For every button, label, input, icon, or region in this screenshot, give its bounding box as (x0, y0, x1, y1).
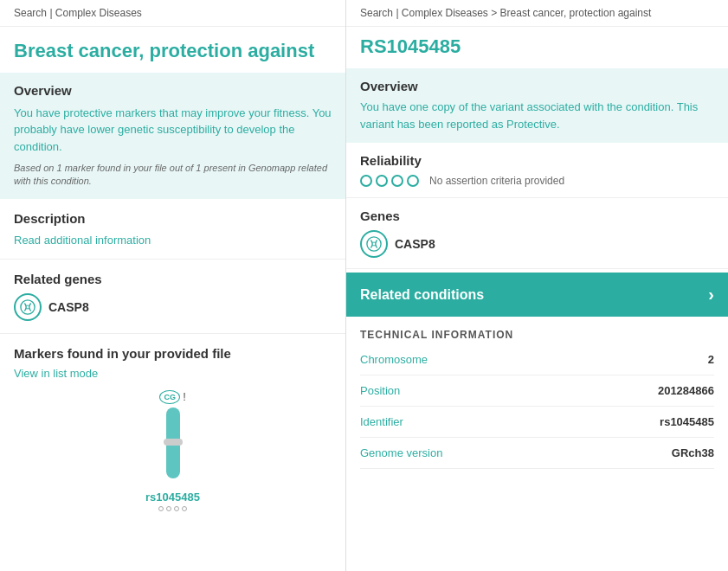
description-heading: Description (14, 211, 332, 226)
reliability-circle-4 (407, 175, 419, 187)
tech-value-position: 201284866 (658, 384, 714, 397)
view-list-mode-link[interactable]: View in list mode (14, 367, 98, 380)
overview-heading: Overview (14, 83, 332, 98)
gene-name: CASP8 (48, 300, 89, 314)
right-overview-text: You have one copy of the variant associa… (360, 99, 714, 132)
right-panel: Search | Complex Diseases > Breast cance… (346, 0, 728, 571)
rs-label: rs1045485 (145, 491, 200, 504)
gene-item: CASP8 (14, 293, 332, 321)
related-genes-section: Related genes CASP8 (0, 260, 345, 334)
read-additional-link[interactable]: Read additional information (14, 234, 151, 247)
right-breadcrumb: Search | Complex Diseases > Breast cance… (346, 0, 728, 27)
chromosome-bottom (166, 446, 180, 478)
right-breadcrumb-condition: Breast cancer, protection against (500, 7, 652, 19)
tech-label-chromosome: Chromosome (360, 353, 428, 366)
tech-row-identifier: Identifier rs1045485 (360, 407, 714, 438)
right-genes-heading: Genes (360, 209, 714, 223)
cg-circle: CG (159, 390, 180, 404)
svg-point-3 (367, 237, 381, 251)
tech-value-genome-version: GRch38 (672, 446, 714, 459)
chromosome-top (166, 407, 180, 440)
reliability-label: No assertion criteria provided (429, 175, 564, 187)
technical-info-section: TECHNICAL INFORMATION Chromosome 2 Posit… (346, 317, 728, 469)
left-panel: Search | Complex Diseases Breast cancer,… (0, 0, 346, 571)
right-gene-icon (360, 230, 388, 258)
tech-value-identifier: rs1045485 (660, 415, 714, 428)
rs-dots (158, 506, 187, 511)
overview-text: You have protective markers that may imp… (14, 105, 332, 156)
chevron-right-icon: › (708, 285, 714, 305)
right-gene-item: CASP8 (360, 230, 714, 258)
right-gene-name: CASP8 (395, 237, 435, 251)
right-overview-heading: Overview (360, 79, 714, 93)
chromosome-body (161, 407, 185, 485)
chromosome-centromere (164, 439, 183, 446)
related-conditions-bar[interactable]: Related conditions › (346, 273, 728, 317)
overview-footnote: Based on 1 marker found in your file out… (14, 162, 332, 189)
reliability-circles (360, 175, 419, 187)
svg-point-0 (21, 300, 35, 314)
rs-dot-3 (174, 506, 179, 511)
related-conditions-label: Related conditions (360, 287, 484, 303)
rs-dot-4 (182, 506, 187, 511)
markers-section: Markers found in your provided file View… (0, 334, 345, 523)
rs-id-heading: RS1045485 (346, 27, 728, 68)
left-breadcrumb: Search | Complex Diseases (0, 0, 345, 27)
right-overview-section: Overview You have one copy of the varian… (346, 68, 728, 143)
exclaim-mark: ! (183, 390, 186, 403)
chromosome-visual: CG ! rs1045485 (14, 390, 332, 511)
description-section: Description Read additional information (0, 199, 345, 260)
overview-section: Overview You have protective markers tha… (0, 73, 345, 199)
tech-label-genome-version: Genome version (360, 446, 442, 459)
right-breadcrumb-search[interactable]: Search (360, 7, 393, 19)
markers-heading: Markers found in your provided file (14, 346, 332, 361)
page-title: Breast cancer, protection against (0, 27, 345, 73)
tech-value-chromosome: 2 (708, 353, 714, 366)
rs-dot-2 (166, 506, 171, 511)
tech-row-position: Position 201284866 (360, 375, 714, 407)
breadcrumb-complex-link[interactable]: Complex Diseases (55, 7, 142, 19)
reliability-circle-1 (360, 175, 372, 187)
tech-info-heading: TECHNICAL INFORMATION (360, 329, 714, 341)
reliability-heading: Reliability (360, 153, 714, 168)
reliability-row: No assertion criteria provided (360, 175, 714, 187)
breadcrumb-search-link[interactable]: Search (14, 7, 47, 19)
tech-row-chromosome: Chromosome 2 (360, 344, 714, 375)
gene-icon (14, 293, 42, 321)
reliability-section: Reliability No assertion criteria provid… (346, 143, 728, 198)
right-breadcrumb-complex[interactable]: Complex Diseases (402, 7, 488, 19)
reliability-circle-3 (391, 175, 403, 187)
cg-badge: CG ! (159, 390, 186, 404)
tech-label-identifier: Identifier (360, 415, 403, 428)
reliability-circle-2 (376, 175, 388, 187)
tech-row-genome-version: Genome version GRch38 (360, 438, 714, 469)
right-genes-section: Genes CASP8 (346, 198, 728, 269)
related-genes-heading: Related genes (14, 272, 332, 286)
tech-label-position: Position (360, 384, 400, 397)
rs-dot-1 (158, 506, 164, 511)
